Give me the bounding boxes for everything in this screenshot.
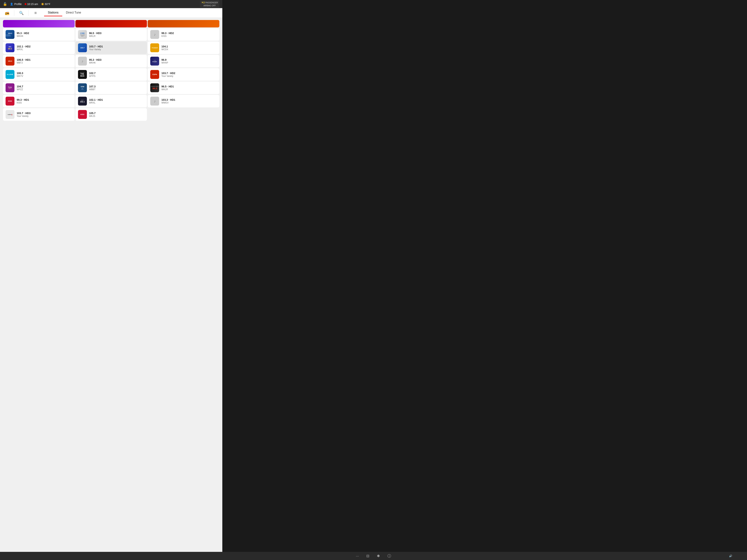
time-section: 10:15 am <box>25 3 38 5</box>
station-callsign: KISS <box>161 35 217 37</box>
station-frequency: 103.7 · HD3 <box>17 111 72 115</box>
station-info: 96.5 · HD3 WKLR <box>89 31 145 37</box>
station-logo: BIG 98.5 <box>5 43 15 52</box>
temperature-display: 60°F <box>45 3 50 5</box>
profile-section[interactable]: 👤 Profile <box>10 3 22 5</box>
station-logo: ♪ <box>78 57 87 65</box>
station-logo: 98.5 103.7 THEBOX <box>78 70 87 79</box>
station-callsign: WBBT <box>89 88 145 91</box>
weather-icon: ☀️ <box>41 3 44 5</box>
station-info: 106.5 · HD1 WBTJ <box>17 58 72 64</box>
station-item[interactable]: ♪ 95.3 · HD3 WKHK <box>75 55 147 68</box>
radio-app: 📻 🔍 ≡ Stations Direct Tune 104.3 CLASSIC… <box>0 8 222 560</box>
search-button[interactable]: 🔍 <box>18 10 25 16</box>
station-item[interactable]: radioQ 103.7 · HD3 Your Variety <box>3 108 75 121</box>
time-display: 10:15 am <box>27 3 38 5</box>
station-callsign: WCDX <box>161 48 217 51</box>
station-frequency: 102.1 · HD1 <box>89 98 145 102</box>
station-frequency: 106.5 · HD1 <box>17 58 72 61</box>
profile-label: Profile <box>14 3 22 5</box>
station-frequency: 103.7 · HD1 <box>89 45 145 48</box>
banner-red <box>75 20 147 27</box>
station-item[interactable]: ♪ 99.3 · HD2 KISS <box>148 28 220 41</box>
station-info: 102.1 · HD2 WRXL <box>17 45 72 51</box>
station-item[interactable]: CLASSIC ROCK 96.5 96.5 · HD1 WKLR <box>148 81 220 94</box>
station-frequency: 102.7 <box>89 72 145 75</box>
station-frequency: 102.1 · HD2 <box>17 45 72 48</box>
station-logo: radioQ <box>5 110 15 119</box>
station-logo: VPM npr music <box>78 83 87 92</box>
station-frequency: 95.3 · HD3 <box>89 58 145 61</box>
station-callsign: WKLR <box>89 35 145 37</box>
tab-bar: Stations Direct Tune <box>44 9 85 16</box>
recording-indicator <box>25 3 26 5</box>
station-item[interactable]: THE POINT 96.9 WHAP <box>148 55 220 68</box>
station-info: 99.3 · HD1 KISS <box>17 98 72 104</box>
station-info: 104.1 WCDX <box>161 45 217 51</box>
station-logo: POWER <box>150 43 159 52</box>
station-logo: K-LOVE <box>5 70 15 79</box>
station-item[interactable]: K-LOVE 100.3 WKYV <box>3 68 75 81</box>
station-frequency: 104.7 <box>17 85 72 88</box>
station-item[interactable]: 98.5 103.7 THEBOX 102.7 WTPS <box>75 68 147 81</box>
station-item[interactable]: ALT 102.1 102.1 · HD1 WRXL <box>75 95 147 107</box>
stations-grid: 104.3 CLASSIC COUNTRY 95.3 · HD2 WKHK CR… <box>3 28 220 121</box>
station-callsign: Your Variety <box>17 115 72 117</box>
station-item[interactable]: CRB Classical 99.5 96.5 · HD3 WKLR <box>75 28 147 41</box>
station-item[interactable]: 104.3 CLASSIC COUNTRY 95.3 · HD2 WKHK <box>3 28 75 41</box>
station-callsign: WTPS <box>89 75 145 77</box>
station-frequency: 96.9 <box>161 58 217 61</box>
station-logo: KISS <box>78 110 87 119</box>
station-info: 95.3 · HD2 WKHK <box>17 31 72 37</box>
station-info: 96.5 · HD1 WKLR <box>161 85 217 91</box>
station-callsign: WKLR <box>161 88 217 91</box>
station-callsign: WPZZ <box>17 88 72 91</box>
menu-button[interactable]: ≡ <box>32 10 39 16</box>
station-info: 104.7 WPZZ <box>17 85 72 91</box>
radio-icon[interactable]: 📻 <box>4 10 10 16</box>
airbag-x2-icon: ✕2 <box>201 1 205 4</box>
station-callsign: WKHK <box>89 61 145 64</box>
station-item[interactable]: ESPN 103.7 · HD2 Your Variety <box>148 68 220 81</box>
station-item[interactable]: KISS 99.3 · HD1 KISS <box>3 95 75 107</box>
station-logo: CLASSIC ROCK 96.5 <box>150 83 159 92</box>
station-frequency: 103.7 · HD2 <box>161 72 217 75</box>
station-logo: ♪ <box>150 97 159 106</box>
station-logo: KISS <box>5 97 15 106</box>
station-item[interactable]: Praise 104.7 104.7 WPZZ <box>3 81 75 94</box>
station-item[interactable]: POWER 104.1 WCDX <box>148 42 220 54</box>
station-info: 105.7 WKJS <box>89 111 145 117</box>
station-item[interactable]: KISS 105.7 WKJS <box>75 108 147 121</box>
station-callsign: Your Variety <box>89 48 145 51</box>
station-info: 107.3 WBBT <box>89 85 145 91</box>
temp-section: ☀️ 60°F <box>41 3 50 5</box>
station-logo: 104.3 CLASSIC COUNTRY <box>5 30 15 39</box>
station-frequency: 99.3 · HD2 <box>161 31 217 35</box>
station-item[interactable]: ♪ 103.3 · HD1 WMGV <box>148 95 220 107</box>
stations-container: 104.3 CLASSIC COUNTRY 95.3 · HD2 WKHK CR… <box>0 18 222 552</box>
station-info: 102.7 WTPS <box>89 72 145 77</box>
station-callsign: Your Variety <box>161 75 217 77</box>
station-callsign: WKJS <box>89 115 145 117</box>
station-item[interactable]: VPM npr music 107.3 WBBT <box>75 81 147 94</box>
station-info: 96.9 WHAP <box>161 58 217 64</box>
tab-stations[interactable]: Stations <box>44 9 62 16</box>
station-info: 103.7 · HD3 Your Variety <box>17 111 72 117</box>
station-callsign: WRXL <box>17 48 72 51</box>
station-logo: ♪ <box>150 30 159 39</box>
station-info: 102.1 · HD1 WRXL <box>89 98 145 104</box>
tab-direct-tune[interactable]: Direct Tune <box>62 9 85 16</box>
station-item[interactable]: 106.5 106.5 · HD1 WBTJ <box>3 55 75 68</box>
station-logo: Praise 104.7 <box>5 83 15 92</box>
station-logo: 103.7 <box>78 43 87 52</box>
station-logo: 106.5 <box>5 57 15 65</box>
station-item[interactable]: BIG 98.5 102.1 · HD2 WRXL <box>3 42 75 54</box>
station-frequency: 100.3 <box>17 72 72 75</box>
station-item[interactable]: 103.7 103.7 · HD1 Your Variety <box>75 42 147 54</box>
station-info: 103.3 · HD1 WMGV <box>161 98 217 104</box>
station-logo: CRB Classical 99.5 <box>78 30 87 39</box>
banner-orange <box>148 20 220 27</box>
station-logo: ESPN <box>150 70 159 79</box>
station-logo: THE POINT <box>150 57 159 65</box>
toolbar: 📻 🔍 ≡ Stations Direct Tune <box>0 8 222 18</box>
